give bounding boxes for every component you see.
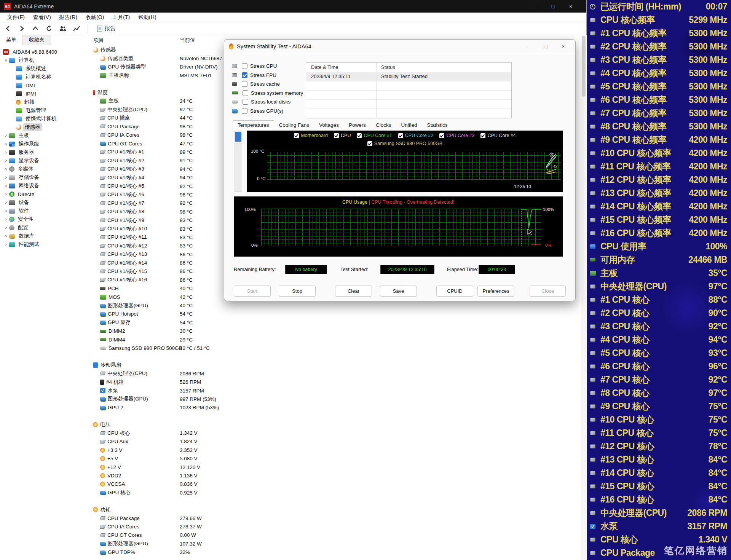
menu-item-O[interactable]: 收藏(O)	[81, 14, 108, 21]
tree-item-性能测试[interactable]: >性能测试	[0, 240, 90, 249]
menu-item-T[interactable]: 工具(T)	[108, 14, 134, 21]
tab-clocks[interactable]: Clocks	[371, 120, 396, 131]
tree-root[interactable]: 64AIDA64 v6.88.6400	[0, 48, 90, 56]
sensor-row[interactable]: GPU TDP%32%	[90, 548, 587, 556]
sensor-row[interactable]: 水泵3157 RPM	[90, 386, 587, 395]
legend-checkbox[interactable]	[367, 141, 372, 146]
checkbox-StressGPUs[interactable]	[242, 108, 247, 114]
collapsed-arrow-icon[interactable]: >	[4, 209, 8, 213]
tree-item-系统概述[interactable]: 系统概述	[0, 64, 90, 73]
save-button[interactable]: Save	[380, 286, 417, 297]
minimize-button[interactable]: –	[527, 0, 544, 13]
tree-item-便携式计算机[interactable]: 便携式计算机	[0, 115, 90, 123]
legend-checkbox[interactable]	[334, 133, 339, 138]
sensor-row[interactable]: +12 V12.120 V	[90, 463, 587, 471]
cpuid-button[interactable]: CPUID	[436, 286, 473, 297]
sensor-row[interactable]: GPU 核心0.925 V	[90, 488, 587, 497]
tree-item-超频[interactable]: 超频	[0, 98, 90, 106]
sensor-row[interactable]: CPU Aux1.824 V	[90, 437, 587, 446]
section-header-电压[interactable]: 电压	[90, 420, 587, 429]
menu-item-F[interactable]: 文件(F)	[3, 14, 29, 21]
tree-item-多媒体[interactable]: >多媒体	[0, 165, 90, 173]
sensor-row[interactable]: +5 V5.080 V	[90, 455, 587, 463]
sidebar-tab-收藏夹[interactable]: 收藏夹	[23, 35, 51, 45]
sensor-row[interactable]: 图形处理器(GPU)107.32 W	[90, 539, 587, 548]
tree-item-主板[interactable]: >主板	[0, 131, 90, 140]
forward-icon[interactable]	[18, 25, 26, 32]
sensor-row[interactable]: 中央处理器(CPU)2086 RPM	[90, 369, 587, 378]
section-header-功耗[interactable]: 功耗	[90, 506, 587, 514]
sensor-row[interactable]: VCCSA0.836 V	[90, 480, 587, 488]
dialog-minimize-button[interactable]: –	[521, 40, 538, 53]
report-button[interactable]: 报告	[95, 24, 118, 33]
tree-item-显示设备[interactable]: >显示设备	[0, 156, 90, 165]
tab-cooling-fans[interactable]: Cooling Fans	[274, 120, 314, 131]
sensor-row[interactable]: #4 机箱526 RPM	[90, 378, 587, 386]
section-header-冷却风扇[interactable]: 冷却风扇	[90, 361, 587, 369]
tree-item-DirectX[interactable]: >XDirectX	[0, 190, 90, 198]
tree-item-安全性[interactable]: >安全性	[0, 215, 90, 223]
sensor-row[interactable]: GPU Hotspot54 °C	[90, 310, 587, 318]
sensor-row[interactable]: CPU IA Cores278.37 W	[90, 522, 587, 531]
sensor-row[interactable]: CPU GT Cores0.00 W	[90, 531, 587, 539]
graph-scale-slider[interactable]	[235, 131, 242, 192]
collapsed-arrow-icon[interactable]: >	[4, 201, 8, 205]
tree-item-传感器[interactable]: 传感器	[0, 123, 90, 131]
sensor-row[interactable]: GPU 显存54 °C	[90, 318, 587, 327]
tree-item-服务器[interactable]: >服务器	[0, 148, 90, 156]
sensor-row[interactable]: 图形处理器(GPU)997 RPM (53%)	[90, 395, 587, 403]
dialog-close-button[interactable]: ×	[555, 40, 571, 53]
tree-item-网络设备[interactable]: >网络设备	[0, 182, 90, 190]
tree-item-计算机[interactable]: ∨计算机	[0, 56, 90, 64]
collapsed-arrow-icon[interactable]: >	[4, 175, 8, 180]
dialog-maximize-button[interactable]: □	[538, 40, 555, 53]
checkbox-Stresssystemmemory[interactable]	[243, 90, 248, 96]
close-button[interactable]: ×	[562, 0, 579, 13]
tab-temperatures[interactable]: Temperatures	[233, 120, 274, 131]
legend-checkbox[interactable]	[439, 133, 444, 138]
expanded-arrow-icon[interactable]: ∨	[4, 58, 8, 62]
legend-checkbox[interactable]	[480, 133, 485, 138]
tree-item-IPMI[interactable]: IPMI	[0, 89, 90, 98]
tree-item-存储设备[interactable]: >存储设备	[0, 173, 90, 182]
sidebar-tab-菜单[interactable]: 菜单	[0, 35, 23, 45]
collapsed-arrow-icon[interactable]: >	[4, 167, 8, 171]
sensor-row[interactable]: CPU Package279.66 W	[90, 514, 587, 522]
up-icon[interactable]	[31, 25, 40, 32]
collapsed-arrow-icon[interactable]: >	[4, 226, 8, 230]
tab-voltages[interactable]: Voltages	[314, 120, 344, 131]
scrollbar-thumb[interactable]	[582, 36, 586, 97]
scrollbar[interactable]	[581, 35, 586, 560]
tree-item-操作系统[interactable]: >操作系统	[0, 140, 90, 148]
checkbox-Stresslocaldisks[interactable]	[243, 99, 248, 105]
collapsed-arrow-icon[interactable]: >	[4, 142, 8, 146]
collapsed-arrow-icon[interactable]: >	[4, 184, 8, 188]
refresh-icon[interactable]	[45, 25, 53, 32]
back-icon[interactable]	[4, 25, 12, 32]
checkbox-StressCPU[interactable]	[242, 63, 247, 69]
legend-checkbox[interactable]	[357, 133, 362, 138]
menu-item-R[interactable]: 报告(R)	[55, 14, 81, 21]
collapsed-arrow-icon[interactable]: >	[4, 217, 8, 222]
log-row[interactable]: 2023/4/9 12:35:11Stability Test: Started	[306, 72, 511, 81]
maximize-button[interactable]: □	[544, 0, 562, 13]
collapsed-arrow-icon[interactable]: >	[4, 243, 8, 247]
tree-item-设备[interactable]: >设备	[0, 198, 90, 207]
collapsed-arrow-icon[interactable]: >	[4, 159, 8, 163]
tab-powers[interactable]: Powers	[344, 120, 371, 131]
preferences-button[interactable]: Preferences	[477, 286, 514, 297]
sensor-row[interactable]: +3.3 V3.352 V	[90, 446, 587, 454]
tab-unified[interactable]: Unified	[396, 120, 422, 131]
sensor-row[interactable]: CPU 核心1.342 V	[90, 429, 587, 437]
sensor-row[interactable]: DIMM230 °C	[90, 327, 587, 335]
sensor-row[interactable]: 图形处理器(GPU)40 °C	[90, 301, 587, 310]
sensor-row[interactable]: GPU 21023 RPM (53%)	[90, 404, 587, 412]
checkbox-StressFPU[interactable]	[242, 72, 247, 78]
sensor-row[interactable]: VDD21.136 V	[90, 471, 587, 480]
tree-item-电源管理[interactable]: 电源管理	[0, 106, 90, 115]
tree-item-DMI[interactable]: DMI	[0, 81, 90, 89]
stop-button[interactable]: Stop	[279, 286, 316, 297]
clear-button[interactable]: Clear	[335, 286, 372, 297]
chart-icon[interactable]	[72, 25, 81, 32]
tree-item-数据库[interactable]: >数据库	[0, 232, 90, 240]
